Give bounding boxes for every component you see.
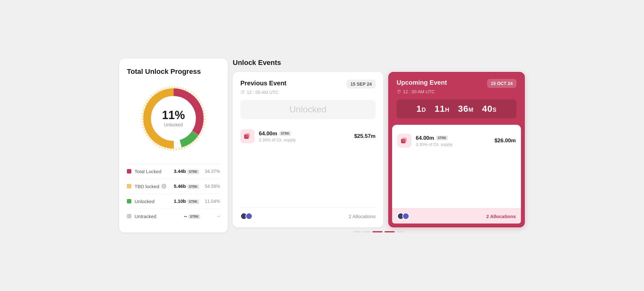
scroll-dot-4[interactable] <box>384 231 395 232</box>
legend-name-untracked: Untracked <box>135 214 181 219</box>
scroll-dot-5[interactable] <box>397 231 404 232</box>
unlocked-status-box: Unlocked <box>240 100 376 119</box>
upcoming-clock-icon: ⏱ <box>397 89 401 94</box>
legend-dot-untracked <box>127 214 131 218</box>
upcoming-allocation-info: 64.00m STRK 3.30% of Cir. supply <box>416 135 490 147</box>
legend-list: Total Locked 3.44bSTRK 34.37% TBD locked… <box>127 164 220 224</box>
previous-event-header: Previous Event 15 SEP 24 <box>240 80 376 89</box>
right-section: Unlock Events Previous Event 15 SEP 24 ⏱… <box>233 59 525 232</box>
svg-rect-6 <box>245 133 250 138</box>
legend-item-tbd-locked: TBD locked i 5.46bSTRK 54.59% <box>127 179 220 194</box>
previous-event-title: Previous Event <box>240 80 287 87</box>
scroll-dots <box>233 231 525 232</box>
previous-allocation-row: 64.00m STRK 3.30% of Cir. supply $25.57m <box>240 125 376 147</box>
previous-usd: $25.57m <box>354 133 376 139</box>
legend-value-unlocked: 1.10bSTRK <box>174 198 199 204</box>
donut-center: 11% Unlocked <box>162 110 185 127</box>
left-panel-title: Total Unlock Progress <box>127 67 220 76</box>
upcoming-event-title: Upcoming Event <box>397 79 447 86</box>
legend-pct-total-locked: 34.37% <box>205 169 220 174</box>
upcoming-allocation-row: 64.00m STRK 3.30% of Cir. supply $26.00m <box>397 130 516 152</box>
legend-name-total-locked: Total Locked <box>135 169 171 174</box>
countdown-box: 1D 11H 36M 40S <box>397 99 516 118</box>
upcoming-token-icon <box>397 134 411 148</box>
previous-clock-icon: ⏱ <box>240 90 245 95</box>
previous-supply: 3.30% of Cir. supply <box>259 138 350 142</box>
upcoming-footer: 2 Allocations <box>392 209 521 224</box>
previous-card-footer: 2 Allocations <box>240 207 376 220</box>
legend-value-tbd-locked: 5.46bSTRK <box>174 183 199 189</box>
upcoming-strk-badge: STRK <box>436 136 448 140</box>
upcoming-header: Upcoming Event 15 OCT 24 ⏱ 12 : 00 AM UT… <box>389 73 524 125</box>
legend-value-untracked: --STRK <box>184 213 200 219</box>
upcoming-card-header-row: Upcoming Event 15 OCT 24 <box>397 79 516 88</box>
countdown-text: 1D 11H 36M 40S <box>416 104 497 114</box>
donut-label: Unlocked <box>162 122 185 127</box>
legend-dot-total-locked <box>127 169 131 174</box>
upcoming-event-date: 15 OCT 24 <box>487 79 516 88</box>
previous-avatar-group <box>240 213 252 220</box>
svg-rect-8 <box>402 138 407 142</box>
upcoming-allocations-label: 2 Allocations <box>486 214 516 219</box>
avatar-2 <box>245 213 252 220</box>
tbd-info-icon[interactable]: i <box>161 184 166 189</box>
previous-event-time: 12 : 00 AM UTC <box>247 90 279 95</box>
scroll-dot-2[interactable] <box>363 231 370 232</box>
legend-item-untracked: Untracked --STRK -- <box>127 209 220 224</box>
scroll-dot-1[interactable] <box>353 231 361 232</box>
upcoming-allocation-amount: 64.00m STRK <box>416 135 490 141</box>
upcoming-body: 64.00m STRK 3.30% of Cir. supply $26.00m <box>392 125 521 224</box>
previous-allocation-info: 64.00m STRK 3.30% of Cir. supply <box>259 131 350 142</box>
donut-chart-container: 11% Unlocked <box>127 83 220 153</box>
previous-strk-badge: STRK <box>279 131 291 136</box>
previous-event-date: 15 SEP 24 <box>347 80 376 89</box>
strk-token-icon-upcoming <box>400 137 408 145</box>
previous-token-icon <box>240 129 254 143</box>
legend-item-unlocked: Unlocked 1.10bSTRK 11.04% <box>127 194 220 209</box>
left-panel: Total Unlock Progress <box>119 59 228 232</box>
donut-percent: 11% <box>162 110 185 121</box>
upcoming-event-time-row: ⏱ 12 : 00 AM UTC <box>397 89 516 94</box>
legend-item-total-locked: Total Locked 3.44bSTRK 34.37% <box>127 164 220 179</box>
legend-name-tbd-locked: TBD locked i <box>135 184 171 189</box>
legend-pct-unlocked: 11.04% <box>205 199 220 204</box>
legend-pct-untracked: -- <box>206 214 220 219</box>
previous-event-card: Previous Event 15 SEP 24 ⏱ 12 : 00 AM UT… <box>233 72 383 227</box>
previous-event-time-row: ⏱ 12 : 00 AM UTC <box>240 90 376 95</box>
upcoming-event-card: Upcoming Event 15 OCT 24 ⏱ 12 : 00 AM UT… <box>388 72 525 227</box>
upcoming-supply: 3.30% of Cir. supply <box>416 142 490 147</box>
legend-dot-unlocked <box>127 199 131 203</box>
legend-value-total-locked: 3.44bSTRK <box>174 168 199 174</box>
scroll-dot-3[interactable] <box>372 231 383 232</box>
legend-dot-tbd-locked <box>127 184 131 188</box>
previous-allocations-label: 2 Allocations <box>349 214 376 219</box>
upcoming-event-time: 12 : 00 AM UTC <box>403 89 435 94</box>
strk-token-icon-prev <box>244 132 251 140</box>
upcoming-usd: $26.00m <box>494 138 516 144</box>
unlocked-status-text: Unlocked <box>289 104 327 115</box>
legend-name-unlocked: Unlocked <box>135 199 171 204</box>
main-container: Total Unlock Progress <box>112 51 532 240</box>
events-row: Previous Event 15 SEP 24 ⏱ 12 : 00 AM UT… <box>233 72 525 227</box>
legend-pct-tbd-locked: 54.59% <box>205 184 220 189</box>
upcoming-avatar-2 <box>402 213 409 220</box>
unlock-events-title: Unlock Events <box>233 59 525 67</box>
previous-allocation-amount: 64.00m STRK <box>259 131 350 137</box>
